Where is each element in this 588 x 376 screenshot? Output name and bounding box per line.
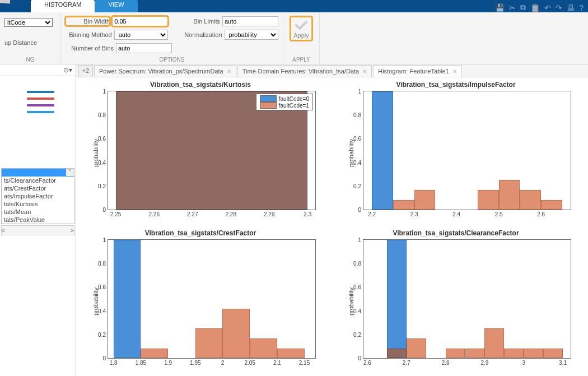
plot-axes[interactable]: 00.20.40.60.812.62.72.82.933.1 xyxy=(363,239,571,359)
histogram-bar xyxy=(446,349,465,359)
x-tick: 2.05 xyxy=(244,360,255,366)
x-tick: 2.7 xyxy=(403,360,410,366)
x-tick: 2.27 xyxy=(187,211,198,217)
list-item[interactable]: tats/Kurtosis xyxy=(2,200,74,208)
x-tick: 2.8 xyxy=(442,360,450,366)
y-tick: 0.8 xyxy=(98,112,106,118)
list-item[interactable]: ats/CrestFactor xyxy=(2,184,74,192)
chart-legend: faultCode=0faultCode=1 xyxy=(256,94,313,110)
binning-method-select[interactable]: auto xyxy=(114,30,168,40)
hscrollbar[interactable]: <> xyxy=(1,225,74,235)
check-icon xyxy=(295,20,308,31)
x-tick: 1.9 xyxy=(164,360,172,366)
histogram-bar xyxy=(465,349,485,359)
histogram-bar xyxy=(520,190,541,210)
x-tick: 2.15 xyxy=(299,360,310,366)
plot-axes[interactable]: 00.20.40.60.811.81.851.91.9522.052.12.15 xyxy=(108,239,316,359)
x-tick: 1.8 xyxy=(110,360,118,366)
binning-method-label: Binning Method xyxy=(66,31,112,38)
x-tick: 1.95 xyxy=(190,360,200,366)
x-tick: 2.6 xyxy=(363,360,371,366)
x-tick: 2.9 xyxy=(480,360,488,366)
y-tick: 0.2 xyxy=(98,331,106,337)
ribbon-footer-apply: APPLY xyxy=(283,57,319,63)
histogram-bar xyxy=(478,190,499,210)
histogram-bar xyxy=(387,240,407,358)
document-tab[interactable]: Time-Domain Features: Vibration_tsa/Data… xyxy=(237,65,372,77)
feature-listbox[interactable]: ˄ ts/ClearanceFactorats/CrestFactorats/I… xyxy=(1,168,74,224)
y-tick: 0 xyxy=(102,355,106,361)
plot-axes[interactable]: 00.20.40.60.812.22.32.42.52.6 xyxy=(363,91,571,210)
histogram-bar xyxy=(543,349,563,359)
y-tick: 0 xyxy=(102,207,106,213)
chart-title: Vibration_tsa_sigstats/ImpulseFactor xyxy=(335,81,577,90)
histogram-bar xyxy=(250,338,277,358)
normalization-select[interactable]: probability xyxy=(225,30,278,40)
tab-overflow-button[interactable]: +2 xyxy=(78,65,93,77)
x-tick: 1.85 xyxy=(136,360,146,366)
close-icon[interactable]: ✕ xyxy=(227,68,231,75)
list-item[interactable]: tats/PeakValue xyxy=(2,216,74,224)
x-tick: 2.2 xyxy=(368,211,376,217)
document-tab[interactable]: Histogram: FeatureTable1✕ xyxy=(373,65,462,77)
legend-line-2 xyxy=(27,98,54,100)
normalization-label: Normalization xyxy=(180,31,222,38)
paste-icon[interactable]: 📋 xyxy=(530,3,540,12)
save-icon[interactable]: 💾 xyxy=(495,3,505,12)
y-tick: 1 xyxy=(102,89,106,95)
panel-menu-button[interactable]: ⊙▾ xyxy=(0,64,76,76)
ribbon: ltCode up Distance NG Bin Width Bin Limi… xyxy=(0,12,588,64)
group-by-select[interactable]: ltCode xyxy=(4,18,53,27)
close-icon[interactable]: ✕ xyxy=(362,68,367,75)
apply-button[interactable]: Apply xyxy=(290,16,313,41)
list-item[interactable]: ts/ClearanceFactor xyxy=(2,177,74,184)
y-tick: 0.6 xyxy=(98,136,106,142)
tab-view[interactable]: VIEW xyxy=(95,0,137,12)
document-tab-label: Time-Domain Features: Vibration_tsa/Data xyxy=(242,68,359,75)
workspace: ⊙▾ ˄ ts/ClearanceFactorats/CrestFactorat… xyxy=(0,64,588,376)
titlebar-icon-group: 💾 ✂ ⧉ 📋 ↶ ↷ 🖶 ? xyxy=(495,3,588,12)
tab-histogram[interactable]: HISTOGRAM xyxy=(31,0,95,12)
y-tick: 0.4 xyxy=(98,308,106,314)
num-bins-input[interactable] xyxy=(116,43,172,53)
legend-line-3 xyxy=(27,104,54,106)
histogram-bar xyxy=(504,349,524,359)
chart-title: Vibration_tsa_sigstats/ClearanceFactor xyxy=(335,229,577,238)
close-icon[interactable]: ✕ xyxy=(452,68,457,75)
x-tick: 2.6 xyxy=(537,211,545,217)
x-tick: 2.26 xyxy=(148,211,159,217)
legend-line-1 xyxy=(27,91,54,93)
print-icon[interactable]: 🖶 xyxy=(567,3,575,12)
x-tick: 2.28 xyxy=(226,211,236,217)
left-panel: ⊙▾ ˄ ts/ClearanceFactorats/CrestFactorat… xyxy=(0,64,76,376)
list-item[interactable]: tats/Mean xyxy=(2,208,74,216)
x-tick: 2.3 xyxy=(304,211,311,217)
histogram-bar xyxy=(407,338,426,358)
cut-icon[interactable]: ✂ xyxy=(509,3,516,12)
y-tick: 1 xyxy=(358,237,361,243)
document-tab[interactable]: Power Spectrum: Vibration_ps/SpectrumDat… xyxy=(94,65,236,77)
chart-panel: Vibration_tsa_sigstats/ImpulseFactorprob… xyxy=(335,81,577,225)
y-tick: 0.4 xyxy=(353,159,361,165)
list-item[interactable]: ats/ImpulseFactor xyxy=(2,192,74,200)
list-selection[interactable] xyxy=(2,169,74,177)
redo-icon[interactable]: ↷ xyxy=(556,3,562,12)
chart-panel: Vibration_tsa_sigstats/CrestFactorprobab… xyxy=(80,229,321,373)
chart-panel: Vibration_tsa_sigstats/ClearanceFactorpr… xyxy=(335,229,577,373)
scroll-up-icon[interactable]: ˄ xyxy=(66,169,74,176)
bin-width-input[interactable] xyxy=(112,16,168,26)
copy-icon[interactable]: ⧉ xyxy=(520,3,526,12)
x-tick: 2.5 xyxy=(495,211,503,217)
apply-label: Apply xyxy=(293,32,309,39)
help-icon[interactable]: ? xyxy=(579,3,584,12)
main-panel: +2 Power Spectrum: Vibration_ps/Spectrum… xyxy=(76,64,588,376)
undo-icon[interactable]: ↶ xyxy=(544,3,551,12)
plot-axes[interactable]: 00.20.40.60.812.252.262.272.282.292.3fau… xyxy=(108,91,316,210)
toolstrip-tab-bar: HISTOGRAM VIEW 💾 ✂ ⧉ 📋 ↶ ↷ 🖶 ? xyxy=(0,0,588,12)
chart-area: Vibration_tsa_sigstats/Kurtosisprobabili… xyxy=(76,77,588,376)
y-tick: 0.2 xyxy=(98,183,106,189)
bin-limits-input[interactable] xyxy=(222,16,278,26)
x-tick: 3 xyxy=(522,360,525,366)
x-tick: 2.25 xyxy=(110,211,121,217)
y-tick: 0.6 xyxy=(98,284,106,290)
